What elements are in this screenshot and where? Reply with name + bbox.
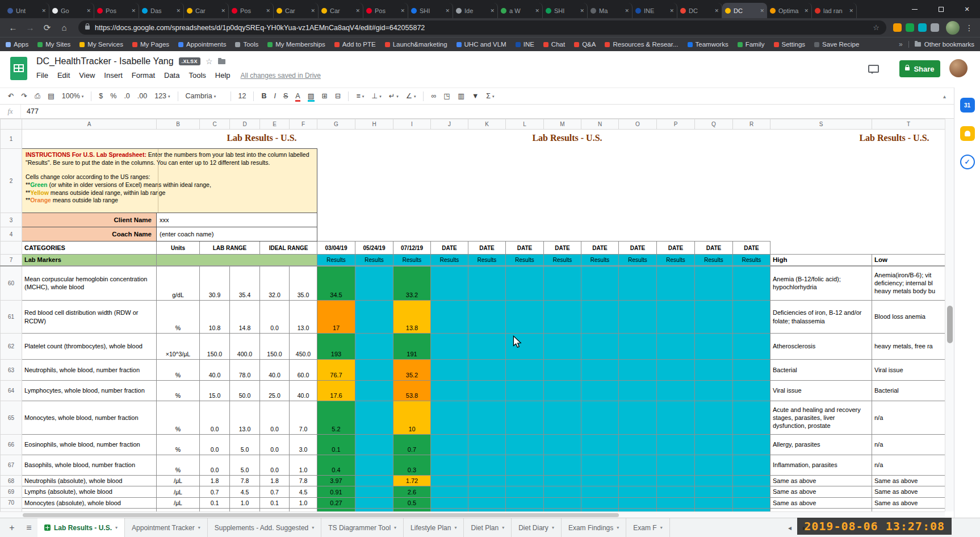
cell[interactable] [581,401,619,435]
cell[interactable] [506,360,544,381]
bookmark-item[interactable]: Family [738,41,765,48]
result-cell[interactable]: 0.7 [393,435,431,455]
menu-data[interactable]: Data [164,71,179,80]
formula-value[interactable]: 477 [20,105,39,118]
cell[interactable] [581,360,619,381]
bookmark-item[interactable]: My Memberships [267,41,325,48]
undo-icon[interactable]: ↶ [8,93,14,100]
cell[interactable] [468,381,506,401]
browser-tab[interactable]: Pos✕ [94,3,139,18]
tab-close-icon[interactable]: ✕ [131,8,136,14]
date-placeholder[interactable]: DATE [468,242,506,255]
row-header[interactable] [1,242,22,255]
cell[interactable] [355,435,393,455]
scroll-tabs-left-icon[interactable]: ◂ [782,518,797,537]
cell[interactable]: 0.0 [260,435,290,455]
cell[interactable] [695,360,733,381]
bookmark-item[interactable]: Tools [235,41,258,48]
result-cell[interactable]: 1.72 [393,476,431,486]
cell[interactable]: Lab Results - U.S.Lab Results - U.S.Lab … [22,130,945,149]
instructions-cell[interactable]: INSTRUCTIONS For U.S. Lab Spreadsheet: E… [22,149,317,213]
cell[interactable]: 1.8 [200,476,230,486]
text-wrap-icon[interactable]: ↵▾ [389,93,399,100]
result-cell[interactable]: 0.4 [317,455,355,476]
menu-format[interactable]: Format [132,71,155,80]
filter-icon[interactable]: ▼ [472,93,479,100]
cell[interactable]: 0.0 [200,435,230,455]
cell[interactable] [695,301,733,334]
menu-tools[interactable]: Tools [189,71,206,80]
cell[interactable] [872,242,945,255]
cell[interactable] [544,301,581,334]
cell[interactable] [581,486,619,497]
cell[interactable] [506,455,544,476]
result-cell[interactable]: 193 [317,334,355,360]
vertical-scrollbar[interactable] [945,119,954,511]
low-meaning-cell[interactable]: n/a [872,455,945,476]
row-header[interactable]: 63 [1,360,22,381]
cell[interactable] [770,242,872,255]
column-header-F[interactable]: F [290,119,317,130]
cell[interactable] [431,476,468,486]
column-header-I[interactable]: I [393,119,431,130]
horizontal-align-icon[interactable]: ≡▾ [356,93,364,100]
sheet-tab[interactable]: Lab Results - U.S.▾ [37,518,125,537]
results-header[interactable]: Results [581,255,619,266]
bookmark-item[interactable]: Add to PTE [334,41,376,48]
browser-tab[interactable]: SHI✕ [543,3,588,18]
high-meaning-cell[interactable]: Inflammation, parasites [770,455,872,476]
units-cell[interactable]: /μL [157,497,200,508]
back-icon[interactable]: ← [6,20,20,35]
browser-avatar[interactable] [946,21,960,35]
cell[interactable]: 450.0 [290,334,317,360]
cell[interactable] [431,401,468,435]
cell[interactable]: 25.0 [260,381,290,401]
browser-tab[interactable]: DC✕ [722,3,767,18]
cell[interactable] [657,266,695,301]
low-header[interactable]: Low [872,255,945,266]
cell[interactable]: 5.0 [230,435,260,455]
cell[interactable]: 60.0 [290,360,317,381]
insert-comment-icon[interactable]: ◳ [443,93,450,100]
result-cell[interactable]: 0.91 [317,486,355,497]
cell[interactable]: 40.0 [260,360,290,381]
cell[interactable] [506,435,544,455]
cell[interactable] [431,497,468,508]
bookmark-item[interactable]: Chat [543,41,565,48]
cell[interactable] [695,334,733,360]
marker-name-cell[interactable]: Basophils, whole blood, number fraction [22,455,157,476]
cell[interactable]: 3.0 [290,435,317,455]
column-header-B[interactable]: B [157,119,200,130]
column-header-E[interactable]: E [260,119,290,130]
cell[interactable] [695,486,733,497]
cell[interactable] [431,266,468,301]
forward-icon[interactable]: → [23,20,37,35]
cell[interactable]: 7.8 [230,476,260,486]
cell[interactable] [657,455,695,476]
tab-close-icon[interactable]: ✕ [669,8,674,14]
tab-close-icon[interactable]: ✕ [580,8,584,14]
cell[interactable] [733,476,770,486]
row-header[interactable]: 62 [1,334,22,360]
cell[interactable] [355,401,393,435]
cell[interactable] [431,360,468,381]
cell[interactable]: 50.0 [230,381,260,401]
high-meaning-cell[interactable]: Anemia (B-12/folic acid); hypochlorhydri… [770,266,872,301]
sheet-tab[interactable]: Lifestyle Plan▾ [404,518,464,537]
client-name-label[interactable]: Client Name [22,213,157,227]
menu-insert[interactable]: Insert [104,71,123,80]
cell[interactable] [619,266,657,301]
marker-name-cell[interactable]: Lymphs (absolute), whole blood [22,486,157,497]
sheet-tab[interactable]: TS Diagrammer Tool▾ [321,518,404,537]
cell[interactable]: 10.8 [200,301,230,334]
cell[interactable] [619,455,657,476]
cell[interactable] [431,381,468,401]
cell[interactable] [619,497,657,508]
tab-close-icon[interactable]: ✕ [400,8,405,14]
date-header[interactable]: 05/24/19 [355,242,393,255]
cell[interactable] [695,435,733,455]
star-document-icon[interactable]: ☆ [206,57,213,66]
units-cell[interactable]: % [157,381,200,401]
row-header[interactable]: 68 [1,476,22,486]
client-name-value[interactable]: xxx [157,213,317,227]
